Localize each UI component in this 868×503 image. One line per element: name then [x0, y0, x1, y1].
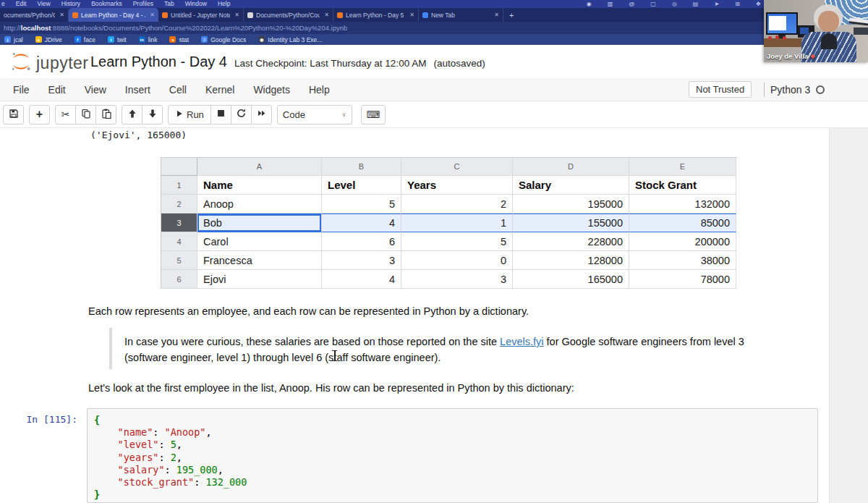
sheet-cell[interactable]: 1	[401, 214, 513, 232]
tab-close-icon[interactable]: ✕	[148, 12, 155, 18]
tab-close-icon[interactable]: ✕	[493, 12, 499, 18]
move-cell-down-button[interactable]	[142, 105, 163, 124]
new-tab-button[interactable]: +	[503, 8, 519, 22]
bookmark-item[interactable]: jjcal	[4, 36, 23, 43]
bookmark-item[interactable]: ◉Identity Lab 3 Exe...	[258, 36, 322, 43]
sheet-cell[interactable]: 228000	[513, 232, 629, 251]
sheet-column-header[interactable]: B	[322, 158, 401, 176]
notebook-title[interactable]: Learn Python - Day 4	[90, 54, 227, 70]
sheet-cell[interactable]: Ejovi	[197, 270, 322, 289]
sheet-cell[interactable]: 195000	[513, 195, 629, 214]
sheet-cell[interactable]: 128000	[513, 251, 629, 270]
sheet-column-header[interactable]: C	[401, 158, 513, 176]
menu-item-kernel[interactable]: Kernel	[205, 84, 234, 96]
sheet-cell[interactable]: Francesca	[197, 251, 322, 270]
bookmark-item[interactable]: fface	[75, 36, 95, 43]
menu-item-view[interactable]: View	[85, 84, 106, 96]
sheet-cell[interactable]: Stock Grant	[629, 176, 736, 195]
tray-icon[interactable]: ◉	[587, 0, 592, 8]
sheet-cell[interactable]: 5	[322, 195, 401, 214]
tray-icon[interactable]: ⊞	[735, 0, 740, 8]
tray-icon[interactable]: @	[629, 0, 634, 8]
sheet-cell[interactable]: 85000	[629, 214, 736, 232]
browser-tab[interactable]: Untitled - Jupyter Notebook✕	[158, 8, 244, 22]
save-button[interactable]	[3, 105, 24, 124]
menu-item-file[interactable]: File	[13, 84, 30, 96]
paste-cells-button[interactable]	[95, 105, 116, 124]
sheet-cell[interactable]: 155000	[513, 214, 629, 232]
cell-type-select[interactable]: Code ∨	[277, 105, 352, 124]
move-cell-up-button[interactable]	[122, 105, 142, 124]
sheet-cell[interactable]: 78000	[629, 270, 736, 289]
tray-icon[interactable]: ➤	[714, 0, 719, 8]
copy-cells-button[interactable]	[75, 105, 96, 124]
sheet-cell[interactable]: Years	[401, 176, 513, 195]
not-trusted-button[interactable]: Not Trusted	[689, 81, 752, 98]
sheet-cell[interactable]: 3	[322, 251, 401, 270]
restart-run-all-button[interactable]	[251, 105, 272, 124]
sheet-corner-cell[interactable]	[161, 158, 197, 176]
sheet-column-header[interactable]: A	[197, 158, 322, 176]
bookmark-item[interactable]: ttwit	[108, 36, 127, 43]
menu-item-cell[interactable]: Cell	[169, 84, 187, 96]
browser-tab[interactable]: Documents/Python/Course 20✕	[244, 8, 333, 22]
tray-icon[interactable]: ▥	[608, 0, 613, 8]
sheet-row-number[interactable]: 1	[161, 176, 197, 195]
sheet-cell[interactable]: Salary	[513, 176, 629, 195]
menu-item-help[interactable]: Help	[309, 84, 330, 96]
sheet-row-number[interactable]: 6	[161, 270, 197, 289]
sheet-row-number[interactable]: 4	[161, 232, 197, 251]
tray-icon[interactable]: ▤	[693, 0, 699, 8]
macos-menu-item[interactable]: Window	[185, 0, 207, 8]
bookmark-item[interactable]: sstat	[169, 36, 189, 43]
sheet-cell[interactable]: 6	[322, 232, 401, 251]
sheet-cell[interactable]: 165000	[513, 270, 629, 289]
tab-close-icon[interactable]: ✕	[58, 12, 64, 18]
macos-menu-item[interactable]: Edit	[16, 0, 27, 8]
tab-close-icon[interactable]: ✕	[323, 12, 329, 18]
sheet-cell[interactable]: Anoop	[197, 195, 322, 214]
macos-menu-item[interactable]: View	[37, 0, 50, 8]
sheet-cell[interactable]: 200000	[629, 232, 736, 251]
macos-menu-item[interactable]: Tab	[164, 0, 174, 8]
cut-cells-button[interactable]: ✂	[55, 105, 76, 124]
jupyter-logo[interactable]: jupyter	[10, 51, 89, 75]
run-button[interactable]: Run	[168, 105, 211, 124]
sheet-cell[interactable]: 5	[401, 232, 513, 251]
macos-menu-item[interactable]: History	[61, 0, 80, 8]
sheet-cell[interactable]: Name	[197, 176, 322, 195]
menu-item-insert[interactable]: Insert	[125, 84, 150, 96]
sheet-row-number[interactable]: 3	[161, 214, 197, 232]
sheet-cell[interactable]: 4	[322, 214, 401, 232]
browser-tab[interactable]: New Tab✕	[419, 8, 503, 22]
tray-icon[interactable]: ◎	[672, 0, 677, 8]
interrupt-kernel-button[interactable]	[210, 105, 231, 124]
sheet-cell[interactable]: 38000	[629, 251, 736, 270]
sheet-cell[interactable]: 4	[322, 270, 401, 289]
bookmark-item[interactable]: ▲JDrive	[35, 36, 62, 43]
sheet-cell[interactable]: Bob	[197, 214, 322, 232]
sheet-cell[interactable]: Carol	[197, 232, 322, 251]
browser-tab[interactable]: ocuments/Python/Course 20✕	[0, 8, 69, 22]
bookmark-item[interactable]: inlink	[139, 36, 158, 43]
tray-icon[interactable]: ❖	[756, 0, 761, 8]
sheet-cell[interactable]: 0	[401, 251, 513, 270]
menu-item-edit[interactable]: Edit	[48, 84, 66, 96]
macos-menu-item[interactable]: Bookmarks	[91, 0, 122, 8]
levels-fyi-link[interactable]: Levels.fyi	[500, 336, 543, 347]
menu-item-widgets[interactable]: Widgets	[253, 84, 290, 96]
browser-tab[interactable]: Learn Python - Day 4 - Jupyte✕	[69, 8, 158, 22]
sheet-cell[interactable]: 2	[401, 195, 513, 214]
browser-tab[interactable]: Learn Python - Day 5 - Jupyte✕	[333, 8, 419, 22]
tab-close-icon[interactable]: ✕	[233, 12, 239, 18]
tray-icon[interactable]: ▢	[650, 0, 656, 8]
sheet-cell[interactable]: 3	[401, 270, 513, 289]
restart-kernel-button[interactable]	[231, 105, 252, 124]
code-cell[interactable]: { "name": "Anoop", "level": 5, "years": …	[87, 408, 818, 503]
url-bar[interactable]: http://localhost:8888/notebooks/Document…	[0, 22, 868, 34]
macos-menu-item[interactable]: e	[1, 0, 5, 8]
macos-menu-item[interactable]: Profiles	[133, 0, 153, 8]
add-cell-button[interactable]: +	[29, 105, 50, 124]
tab-close-icon[interactable]: ✕	[408, 12, 414, 18]
sheet-cell[interactable]: Level	[322, 176, 401, 195]
